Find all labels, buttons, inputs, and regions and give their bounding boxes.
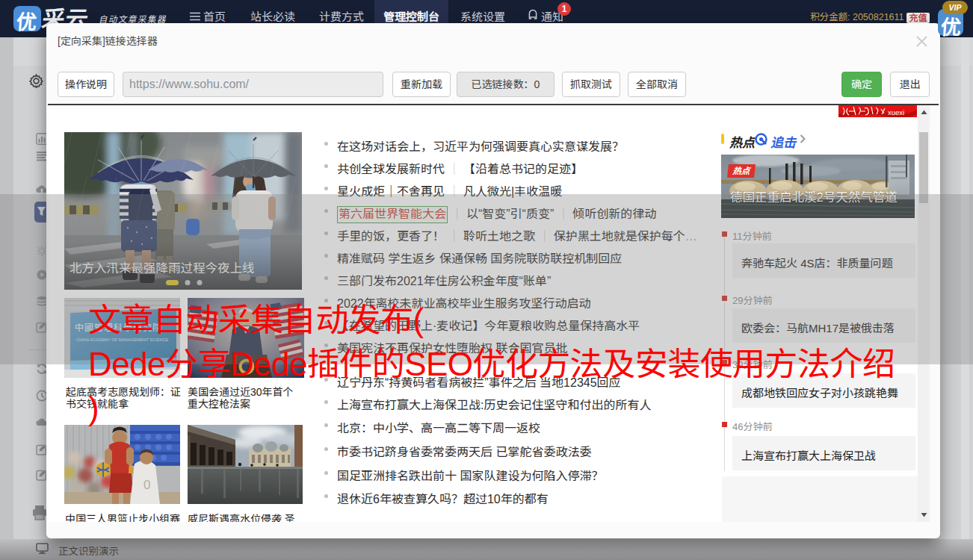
- svg-text:xuexi: xuexi: [888, 108, 904, 116]
- svg-text:0: 0: [143, 478, 150, 492]
